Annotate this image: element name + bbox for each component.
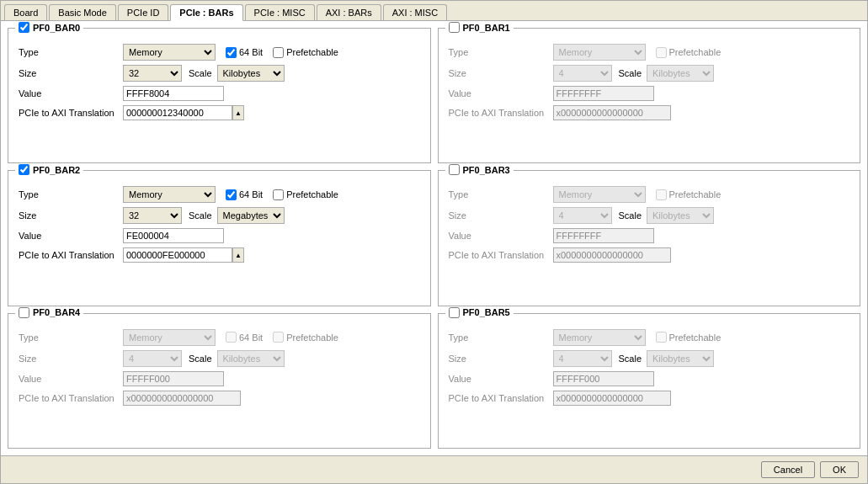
cancel-button[interactable]: Cancel	[761, 461, 815, 478]
bar2-type-label: Type	[19, 189, 120, 199]
tab-axi-bars[interactable]: AXI : BARs	[317, 4, 381, 20]
bar1-section: PF0_BAR1 Type Memory Prefetchable Size	[438, 28, 861, 163]
bar1-size-label: Size	[449, 68, 550, 78]
bar3-type-label: Type	[449, 189, 550, 199]
bar5-prefetchable-checkbox	[656, 332, 667, 343]
main-window: Board Basic Mode PCIe ID PCIe : BARs PCI…	[0, 0, 868, 484]
bar2-value-label: Value	[19, 231, 120, 241]
tab-pcie-bars[interactable]: PCIe : BARs	[170, 4, 242, 21]
bar4-64bit-checkbox	[226, 332, 237, 343]
bar2-value-input[interactable]	[123, 228, 224, 243]
bar1-type-select: Memory	[553, 44, 646, 61]
bar4-checkbox[interactable]	[19, 307, 29, 318]
bar5-value-label: Value	[449, 374, 550, 384]
bar5-translation-label: PCIe to AXI Translation	[449, 393, 550, 403]
bar3-value-input	[553, 228, 654, 243]
tab-board[interactable]: Board	[4, 4, 47, 20]
bar2-prefetchable-checkbox[interactable]	[273, 189, 284, 200]
bar0-value-input[interactable]	[123, 86, 224, 101]
bar2-translation-spin-btn[interactable]: ▲	[232, 247, 244, 263]
footer: Cancel OK	[1, 455, 867, 483]
bar4-size-label: Size	[19, 354, 120, 364]
main-content: PF0_BAR0 Type Memory 64 Bit Prefetchable	[1, 21, 867, 455]
bar0-checkbox[interactable]	[19, 22, 29, 33]
bar1-scale-select: Kilobytes	[647, 65, 714, 82]
bar3-translation-label: PCIe to AXI Translation	[449, 250, 550, 260]
bar5-title: PF0_BAR5	[445, 307, 514, 318]
bar0-type-label: Type	[19, 47, 120, 57]
bar5-translation-input	[553, 391, 671, 406]
bar5-type-label: Type	[449, 332, 550, 343]
bar2-title: PF0_BAR2	[15, 164, 83, 175]
bar3-section: PF0_BAR3 Type Memory Prefetchable Size	[438, 170, 861, 306]
bar5-checkbox[interactable]	[449, 307, 460, 318]
bar5-size-label: Size	[449, 354, 550, 364]
bar0-translation-spin-btn[interactable]: ▲	[232, 105, 244, 120]
bar4-title: PF0_BAR4	[15, 307, 83, 318]
bar2-checkbox[interactable]	[19, 164, 29, 175]
bar4-type-label: Type	[19, 332, 120, 343]
bar4-scale-select: Kilobytes	[217, 350, 285, 367]
bar2-translation-label: PCIe to AXI Translation	[19, 250, 120, 260]
bar3-checkbox[interactable]	[449, 164, 460, 175]
bar1-size-select: 4	[553, 65, 612, 82]
bar5-scale-select: Kilobytes	[647, 350, 714, 367]
bar5-value-input	[553, 371, 654, 386]
bar5-size-select: 4	[553, 350, 612, 367]
bar0-type-select[interactable]: Memory	[123, 44, 216, 61]
bar0-64bit-checkbox[interactable]	[226, 47, 237, 58]
tab-pcie-id[interactable]: PCIe ID	[118, 4, 169, 20]
bar2-size-label: Size	[19, 210, 120, 221]
bar3-title: PF0_BAR3	[445, 164, 514, 175]
bar2-section: PF0_BAR2 Type Memory 64 Bit Prefetchable	[8, 170, 431, 306]
bar2-translation-input[interactable]	[123, 247, 232, 263]
bar4-prefetchable-checkbox	[273, 332, 284, 343]
bar0-scale-select[interactable]: Kilobytes Megabytes	[217, 65, 285, 82]
bar3-size-select: 4	[553, 207, 612, 224]
bar4-value-input	[123, 371, 224, 386]
tab-bar: Board Basic Mode PCIe ID PCIe : BARs PCI…	[1, 1, 867, 21]
bar2-scale-select[interactable]: Megabytes Kilobytes	[217, 207, 285, 224]
bar0-size-label: Size	[19, 68, 120, 78]
bar3-translation-input	[553, 247, 671, 263]
bar4-translation-input	[123, 391, 241, 406]
bar0-translation-spin: ▲	[123, 105, 244, 120]
bar1-value-label: Value	[449, 88, 550, 98]
bar5-type-select: Memory	[553, 329, 646, 346]
bar0-translation-label: PCIe to AXI Translation	[19, 108, 120, 118]
bar0-translation-input[interactable]	[123, 105, 232, 120]
bar0-value-label: Value	[19, 88, 120, 98]
bar2-64bit-checkbox[interactable]	[226, 189, 237, 200]
bar2-size-select[interactable]: 32	[123, 207, 182, 224]
bar1-checkbox[interactable]	[449, 22, 460, 33]
bar3-size-label: Size	[449, 210, 550, 221]
bar4-size-select: 4	[123, 350, 182, 367]
bar1-value-input	[553, 86, 654, 101]
bar2-type-select[interactable]: Memory	[123, 186, 216, 203]
ok-button[interactable]: OK	[820, 461, 859, 478]
tab-axi-misc[interactable]: AXI : MISC	[383, 4, 447, 20]
tab-pcie-misc[interactable]: PCIe : MISC	[245, 4, 315, 20]
bar4-section: PF0_BAR4 Type Memory 64 Bit Prefetchable	[8, 313, 431, 449]
bar4-value-label: Value	[19, 374, 120, 384]
bar4-translation-label: PCIe to AXI Translation	[19, 393, 120, 403]
bar1-translation-input	[553, 105, 671, 120]
tab-basic-mode[interactable]: Basic Mode	[49, 4, 115, 20]
bar3-type-select: Memory	[553, 186, 646, 203]
bar0-title: PF0_BAR0	[15, 22, 83, 33]
bar1-title: PF0_BAR1	[445, 22, 514, 33]
bar5-section: PF0_BAR5 Type Memory Prefetchable Size	[438, 313, 861, 449]
bar0-section: PF0_BAR0 Type Memory 64 Bit Prefetchable	[8, 28, 431, 163]
bar1-translation-label: PCIe to AXI Translation	[449, 108, 550, 118]
bar3-value-label: Value	[449, 231, 550, 241]
bar0-size-select[interactable]: 32	[123, 65, 182, 82]
bar3-scale-select: Kilobytes	[647, 207, 714, 224]
bar1-prefetchable-checkbox	[656, 47, 667, 58]
bar4-type-select: Memory	[123, 329, 216, 346]
bar0-prefetchable-checkbox[interactable]	[273, 47, 284, 58]
bar2-translation-spin: ▲	[123, 247, 244, 263]
bar1-type-label: Type	[449, 47, 550, 57]
bar3-prefetchable-checkbox	[656, 189, 667, 200]
